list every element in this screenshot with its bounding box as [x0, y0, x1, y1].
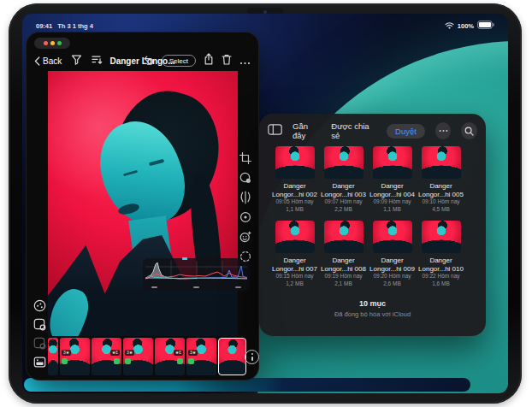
select-subject-icon[interactable]: [239, 250, 252, 263]
back-button[interactable]: Back: [34, 56, 62, 66]
undo-icon[interactable]: [142, 53, 154, 68]
info-button[interactable]: [245, 350, 259, 364]
tab-recent[interactable]: Gần đây: [293, 121, 321, 140]
back-label: Back: [43, 56, 62, 66]
tool-rail-left: [33, 298, 46, 369]
battery-percent: 100%: [458, 22, 474, 30]
edited-badge: [177, 358, 183, 364]
file-name: Danger Longor...hi 009: [368, 257, 417, 273]
edited-badge: [114, 358, 120, 364]
filmstrip-thumbnail[interactable]: [48, 338, 58, 375]
screen: 09:41 Th 3 1 thg 4 100%: [22, 14, 508, 393]
file-item: Danger Longor...hi 010 09:22 Hôm nay 1,6…: [417, 221, 465, 287]
close-window-button[interactable]: [44, 41, 48, 45]
paste-adjustments-icon[interactable]: [33, 336, 46, 350]
files-browser-panel: Gần đây Được chia sẻ Duyệt Danger Longor…: [259, 114, 486, 336]
rating-badge: 3★: [125, 350, 134, 356]
file-size: 2,6 MB: [383, 280, 401, 288]
rating-badge: 3★: [174, 350, 183, 356]
crop-icon[interactable]: [239, 151, 252, 165]
file-size: 1,6 MB: [432, 280, 450, 288]
file-name: Danger Longor...hi 010: [417, 257, 465, 273]
status-bar: 09:41 Th 3 1 thg 4 100%: [22, 21, 508, 31]
colors-icon[interactable]: [239, 171, 252, 185]
minimize-window-button[interactable]: [50, 41, 55, 45]
file-time: 09:19 Hôm nay: [324, 273, 362, 280]
file-name: Danger Longor...hi 002: [270, 182, 319, 198]
file-time: 09:07 Hôm nay: [324, 198, 362, 206]
file-size: 2,1 MB: [334, 280, 352, 288]
file-item: Danger Longor...hi 002 09:05 Hôm nay 1,1…: [270, 146, 319, 213]
more-icon[interactable]: [239, 53, 251, 68]
file-thumbnail[interactable]: [422, 146, 461, 179]
battery-icon: [477, 21, 494, 31]
file-item: Danger Longor...hi 007 09:15 Hôm nay 1,2…: [270, 221, 319, 287]
file-thumbnail[interactable]: [324, 146, 364, 179]
file-time: 09:09 Hôm nay: [373, 198, 411, 206]
sidebar-toggle-icon[interactable]: [268, 123, 282, 139]
files-header: Gần đây Được chia sẻ Duyệt: [268, 121, 477, 140]
trash-icon[interactable]: [222, 53, 232, 68]
file-time: 09:10 Hôm nay: [422, 198, 459, 206]
file-name: Danger Longor...hi 005: [417, 182, 465, 198]
file-item: Danger Longor...hi 003 09:07 Hôm nay 2,2…: [319, 146, 368, 213]
filmstrip: 3★ 3★ 3★ 3★ 3★: [48, 338, 248, 375]
file-size: 1,1 MB: [286, 206, 304, 214]
photo-editor-window: Back Select: [26, 32, 259, 380]
search-button[interactable]: [461, 122, 477, 139]
file-thumbnail[interactable]: [275, 221, 315, 253]
file-time: 09:15 Hôm nay: [275, 273, 313, 280]
retouch-icon[interactable]: [239, 230, 252, 244]
file-size: 4,5 MB: [432, 206, 450, 214]
edited-badge: [125, 358, 131, 364]
file-thumbnail[interactable]: [324, 221, 364, 253]
file-thumbnail[interactable]: [373, 221, 412, 253]
photo-canvas[interactable]: [48, 71, 238, 336]
file-size: 1,2 MB: [286, 280, 304, 288]
filmstrip-thumbnail[interactable]: 3★: [92, 338, 121, 375]
rating-badge: 3★: [62, 350, 71, 356]
file-thumbnail[interactable]: [373, 146, 412, 179]
zoom-window-button[interactable]: [57, 41, 62, 45]
tab-browse[interactable]: Duyệt: [387, 124, 425, 139]
file-time: 09:22 Hôm nay: [422, 273, 459, 280]
file-size: 2,2 MB: [334, 206, 352, 214]
select-button[interactable]: Select: [162, 55, 196, 67]
tab-shared[interactable]: Được chia sẻ: [331, 121, 376, 140]
file-thumbnail[interactable]: [422, 221, 461, 253]
sort-icon[interactable]: [92, 53, 103, 68]
rating-badge: 3★: [110, 350, 120, 356]
share-icon[interactable]: [204, 53, 214, 68]
filmstrip-thumbnail[interactable]: 3★: [155, 338, 185, 375]
file-name: Danger Longor...hi 008: [319, 257, 368, 273]
filmstrip-thumbnail[interactable]: 3★: [60, 338, 90, 375]
file-size: 1,1 MB: [383, 206, 401, 214]
filmstrip-thumbnail[interactable]: 3★: [123, 338, 153, 375]
more-options-button[interactable]: [435, 122, 452, 139]
histogram-marker: [182, 257, 187, 260]
histogram-panel: [143, 258, 250, 291]
file-item: Danger Longor...hi 005 09:10 Hôm nay 4,5…: [417, 146, 465, 213]
filter-icon[interactable]: [71, 53, 82, 68]
file-time: 09:05 Hôm nay: [275, 198, 313, 206]
filmstrip-thumbnail-selected[interactable]: [218, 338, 246, 375]
file-item: Danger Longor...hi 009 09:20 Hôm nay 2,6…: [368, 221, 417, 287]
window-controls[interactable]: [34, 38, 70, 49]
file-thumbnail[interactable]: [275, 146, 315, 179]
file-name: Danger Longor...hi 004: [368, 182, 417, 198]
status-time: 09:41: [36, 22, 52, 30]
file-name: Danger Longor...hi 007: [270, 257, 319, 273]
filmstrip-thumbnail[interactable]: 3★: [186, 338, 216, 375]
histogram-ticks: [145, 286, 247, 288]
file-time: 09:20 Hôm nay: [373, 273, 411, 280]
ipad-device: 09:41 Th 3 1 thg 4 100%: [9, 3, 522, 404]
histogram-chart: [145, 260, 247, 282]
auto-enhance-icon[interactable]: [33, 298, 46, 312]
rating-badge: 3★: [188, 350, 198, 356]
sync-status: Đã đồng bộ hóa với iCloud: [259, 310, 486, 318]
repair-icon[interactable]: [239, 210, 252, 224]
file-item: Danger Longor...hi 008 09:19 Hôm nay 2,1…: [319, 221, 368, 287]
copy-adjustments-icon[interactable]: [33, 317, 46, 331]
photo-browser-icon[interactable]: [33, 355, 46, 369]
adjust-icon[interactable]: [239, 191, 252, 204]
